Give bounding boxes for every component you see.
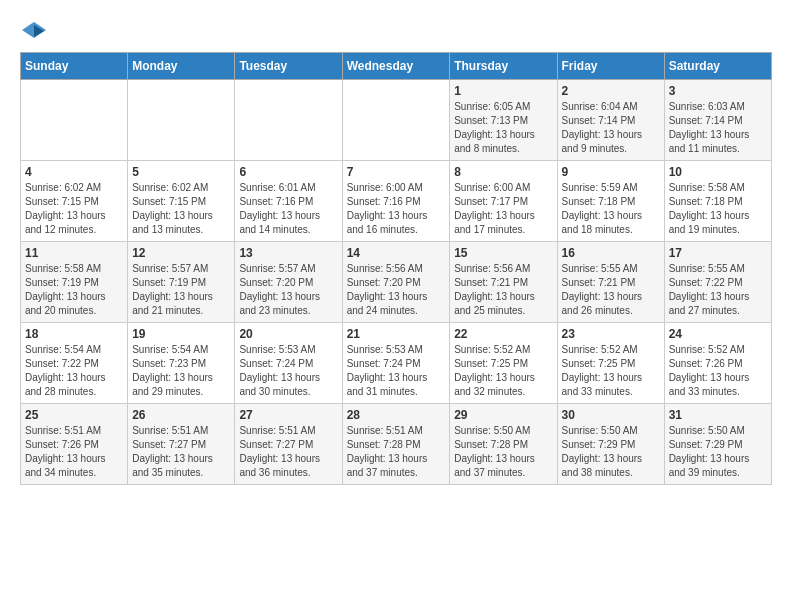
day-number: 15 <box>454 246 552 260</box>
day-info: Sunrise: 5:53 AM Sunset: 7:24 PM Dayligh… <box>239 343 337 399</box>
day-number: 7 <box>347 165 446 179</box>
calendar-cell: 18Sunrise: 5:54 AM Sunset: 7:22 PM Dayli… <box>21 323 128 404</box>
day-number: 20 <box>239 327 337 341</box>
day-info: Sunrise: 5:55 AM Sunset: 7:21 PM Dayligh… <box>562 262 660 318</box>
calendar-cell: 3Sunrise: 6:03 AM Sunset: 7:14 PM Daylig… <box>664 80 771 161</box>
calendar-cell <box>128 80 235 161</box>
calendar-cell: 4Sunrise: 6:02 AM Sunset: 7:15 PM Daylig… <box>21 161 128 242</box>
day-info: Sunrise: 5:54 AM Sunset: 7:23 PM Dayligh… <box>132 343 230 399</box>
calendar-cell: 9Sunrise: 5:59 AM Sunset: 7:18 PM Daylig… <box>557 161 664 242</box>
calendar-cell: 14Sunrise: 5:56 AM Sunset: 7:20 PM Dayli… <box>342 242 450 323</box>
day-info: Sunrise: 6:04 AM Sunset: 7:14 PM Dayligh… <box>562 100 660 156</box>
calendar-cell: 7Sunrise: 6:00 AM Sunset: 7:16 PM Daylig… <box>342 161 450 242</box>
day-info: Sunrise: 5:52 AM Sunset: 7:25 PM Dayligh… <box>454 343 552 399</box>
calendar-cell <box>235 80 342 161</box>
calendar-cell: 2Sunrise: 6:04 AM Sunset: 7:14 PM Daylig… <box>557 80 664 161</box>
day-number: 28 <box>347 408 446 422</box>
calendar-cell: 22Sunrise: 5:52 AM Sunset: 7:25 PM Dayli… <box>450 323 557 404</box>
calendar-cell <box>342 80 450 161</box>
day-number: 13 <box>239 246 337 260</box>
calendar-cell: 5Sunrise: 6:02 AM Sunset: 7:15 PM Daylig… <box>128 161 235 242</box>
weekday-header-monday: Monday <box>128 53 235 80</box>
day-info: Sunrise: 5:57 AM Sunset: 7:19 PM Dayligh… <box>132 262 230 318</box>
day-number: 11 <box>25 246 123 260</box>
calendar-cell: 27Sunrise: 5:51 AM Sunset: 7:27 PM Dayli… <box>235 404 342 485</box>
day-number: 30 <box>562 408 660 422</box>
calendar-cell: 23Sunrise: 5:52 AM Sunset: 7:25 PM Dayli… <box>557 323 664 404</box>
calendar-cell: 16Sunrise: 5:55 AM Sunset: 7:21 PM Dayli… <box>557 242 664 323</box>
weekday-header-wednesday: Wednesday <box>342 53 450 80</box>
day-info: Sunrise: 5:56 AM Sunset: 7:20 PM Dayligh… <box>347 262 446 318</box>
day-info: Sunrise: 6:01 AM Sunset: 7:16 PM Dayligh… <box>239 181 337 237</box>
day-number: 9 <box>562 165 660 179</box>
day-number: 23 <box>562 327 660 341</box>
day-info: Sunrise: 5:55 AM Sunset: 7:22 PM Dayligh… <box>669 262 767 318</box>
day-info: Sunrise: 5:53 AM Sunset: 7:24 PM Dayligh… <box>347 343 446 399</box>
day-number: 21 <box>347 327 446 341</box>
page-header <box>20 20 772 42</box>
day-number: 2 <box>562 84 660 98</box>
calendar-cell <box>21 80 128 161</box>
calendar-cell: 30Sunrise: 5:50 AM Sunset: 7:29 PM Dayli… <box>557 404 664 485</box>
day-number: 29 <box>454 408 552 422</box>
calendar-cell: 21Sunrise: 5:53 AM Sunset: 7:24 PM Dayli… <box>342 323 450 404</box>
weekday-header-thursday: Thursday <box>450 53 557 80</box>
weekday-header-saturday: Saturday <box>664 53 771 80</box>
calendar-cell: 20Sunrise: 5:53 AM Sunset: 7:24 PM Dayli… <box>235 323 342 404</box>
day-number: 31 <box>669 408 767 422</box>
day-number: 25 <box>25 408 123 422</box>
day-info: Sunrise: 5:52 AM Sunset: 7:25 PM Dayligh… <box>562 343 660 399</box>
calendar-cell: 29Sunrise: 5:50 AM Sunset: 7:28 PM Dayli… <box>450 404 557 485</box>
day-info: Sunrise: 5:50 AM Sunset: 7:29 PM Dayligh… <box>669 424 767 480</box>
calendar-cell: 10Sunrise: 5:58 AM Sunset: 7:18 PM Dayli… <box>664 161 771 242</box>
day-number: 5 <box>132 165 230 179</box>
calendar-cell: 6Sunrise: 6:01 AM Sunset: 7:16 PM Daylig… <box>235 161 342 242</box>
calendar-cell: 1Sunrise: 6:05 AM Sunset: 7:13 PM Daylig… <box>450 80 557 161</box>
day-info: Sunrise: 5:51 AM Sunset: 7:26 PM Dayligh… <box>25 424 123 480</box>
calendar-cell: 8Sunrise: 6:00 AM Sunset: 7:17 PM Daylig… <box>450 161 557 242</box>
day-info: Sunrise: 5:52 AM Sunset: 7:26 PM Dayligh… <box>669 343 767 399</box>
day-number: 22 <box>454 327 552 341</box>
day-info: Sunrise: 5:50 AM Sunset: 7:29 PM Dayligh… <box>562 424 660 480</box>
calendar-table: SundayMondayTuesdayWednesdayThursdayFrid… <box>20 52 772 485</box>
weekday-header-friday: Friday <box>557 53 664 80</box>
calendar-cell: 26Sunrise: 5:51 AM Sunset: 7:27 PM Dayli… <box>128 404 235 485</box>
weekday-header-sunday: Sunday <box>21 53 128 80</box>
day-number: 27 <box>239 408 337 422</box>
day-info: Sunrise: 6:00 AM Sunset: 7:16 PM Dayligh… <box>347 181 446 237</box>
calendar-cell: 15Sunrise: 5:56 AM Sunset: 7:21 PM Dayli… <box>450 242 557 323</box>
weekday-header-tuesday: Tuesday <box>235 53 342 80</box>
logo-icon <box>20 20 48 42</box>
day-info: Sunrise: 5:51 AM Sunset: 7:27 PM Dayligh… <box>239 424 337 480</box>
day-number: 3 <box>669 84 767 98</box>
day-number: 17 <box>669 246 767 260</box>
day-number: 18 <box>25 327 123 341</box>
day-number: 14 <box>347 246 446 260</box>
day-number: 26 <box>132 408 230 422</box>
calendar-cell: 12Sunrise: 5:57 AM Sunset: 7:19 PM Dayli… <box>128 242 235 323</box>
day-info: Sunrise: 6:00 AM Sunset: 7:17 PM Dayligh… <box>454 181 552 237</box>
day-number: 24 <box>669 327 767 341</box>
calendar-cell: 17Sunrise: 5:55 AM Sunset: 7:22 PM Dayli… <box>664 242 771 323</box>
day-info: Sunrise: 6:02 AM Sunset: 7:15 PM Dayligh… <box>25 181 123 237</box>
day-info: Sunrise: 6:03 AM Sunset: 7:14 PM Dayligh… <box>669 100 767 156</box>
day-info: Sunrise: 5:57 AM Sunset: 7:20 PM Dayligh… <box>239 262 337 318</box>
day-info: Sunrise: 5:59 AM Sunset: 7:18 PM Dayligh… <box>562 181 660 237</box>
day-number: 12 <box>132 246 230 260</box>
calendar-cell: 28Sunrise: 5:51 AM Sunset: 7:28 PM Dayli… <box>342 404 450 485</box>
day-number: 1 <box>454 84 552 98</box>
calendar-cell: 11Sunrise: 5:58 AM Sunset: 7:19 PM Dayli… <box>21 242 128 323</box>
calendar-cell: 19Sunrise: 5:54 AM Sunset: 7:23 PM Dayli… <box>128 323 235 404</box>
day-info: Sunrise: 5:54 AM Sunset: 7:22 PM Dayligh… <box>25 343 123 399</box>
day-info: Sunrise: 5:51 AM Sunset: 7:28 PM Dayligh… <box>347 424 446 480</box>
calendar-cell: 24Sunrise: 5:52 AM Sunset: 7:26 PM Dayli… <box>664 323 771 404</box>
day-number: 16 <box>562 246 660 260</box>
day-number: 10 <box>669 165 767 179</box>
calendar-cell: 13Sunrise: 5:57 AM Sunset: 7:20 PM Dayli… <box>235 242 342 323</box>
logo <box>20 20 52 42</box>
calendar-cell: 25Sunrise: 5:51 AM Sunset: 7:26 PM Dayli… <box>21 404 128 485</box>
day-info: Sunrise: 5:51 AM Sunset: 7:27 PM Dayligh… <box>132 424 230 480</box>
day-number: 4 <box>25 165 123 179</box>
day-info: Sunrise: 5:50 AM Sunset: 7:28 PM Dayligh… <box>454 424 552 480</box>
day-number: 8 <box>454 165 552 179</box>
